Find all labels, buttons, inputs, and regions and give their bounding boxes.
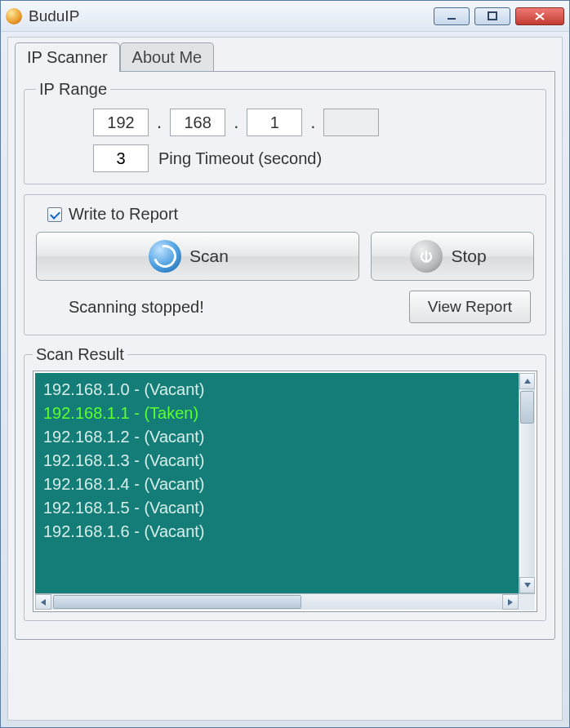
svg-marker-6 [41,599,46,606]
tab-ip-scanner[interactable]: IP Scanner [15,42,120,72]
arrow-down-icon [523,582,532,588]
status-row: Scanning stopped! View Report [36,291,534,323]
minimize-button[interactable] [434,7,470,25]
result-row[interactable]: 192.168.1.0 - (Vacant) [43,378,510,402]
svg-marker-5 [524,583,531,588]
vertical-scrollbar[interactable] [519,373,535,593]
close-button[interactable] [515,7,564,25]
tab-strip: IP Scanner About Me [8,38,562,72]
ping-timeout-input[interactable] [93,144,149,172]
minimize-icon [446,11,457,22]
group-scan-result: Scan Result 192.168.1.0 - (Vacant)192.16… [24,345,546,621]
arrow-up-icon [523,378,532,384]
result-row[interactable]: 192.168.1.3 - (Vacant) [43,449,510,473]
arrow-left-icon [40,598,47,606]
app-icon [6,8,22,24]
svg-marker-7 [508,599,513,606]
group-scan-controls: Write to Report Scan [24,194,546,335]
ip-dot: . [307,112,318,136]
scan-result-legend: Scan Result [33,345,127,364]
maximize-button[interactable] [474,7,510,25]
write-report-row: Write to Report [47,205,534,224]
ip-range-legend: IP Range [36,80,110,99]
ip-octet-1[interactable] [93,109,149,136]
titlebar: BuduIP [1,1,569,32]
scan-button-label: Scan [189,246,229,266]
client-area: IP Scanner About Me IP Range . . . Pin [7,37,563,721]
result-row[interactable]: 192.168.1.4 - (Vacant) [43,473,510,496]
stop-icon [408,238,444,274]
result-container: 192.168.1.0 - (Vacant)192.168.1.1 - (Tak… [33,371,537,612]
scroll-left-button[interactable] [35,594,51,610]
scroll-right-button[interactable] [502,594,519,610]
arrow-right-icon [507,598,514,606]
ping-timeout-label: Ping Timeout (second) [158,149,322,168]
result-row[interactable]: 192.168.1.5 - (Vacant) [43,496,510,520]
write-report-label: Write to Report [69,205,178,224]
scroll-down-button[interactable] [519,577,535,593]
ip-octet-row: . . . [93,109,534,136]
svg-marker-4 [524,379,531,384]
ip-dot: . [154,112,165,136]
result-list[interactable]: 192.168.1.0 - (Vacant)192.168.1.1 - (Tak… [35,373,519,593]
ip-dot: . [230,112,242,136]
maximize-icon [487,11,498,22]
scroll-thumb[interactable] [520,391,534,424]
ip-octet-3[interactable] [247,109,302,136]
result-row[interactable]: 192.168.1.2 - (Vacant) [43,425,510,449]
window-title: BuduIP [29,7,434,25]
app-window: BuduIP IP Scanner About Me I [0,0,570,728]
write-report-checkbox[interactable] [47,207,62,222]
status-text: Scanning stopped! [69,298,204,317]
ip-octet-2[interactable] [170,109,225,136]
ip-octet-4 [323,109,379,136]
tabpage-scanner: IP Range . . . Ping Timeout (second) [15,71,555,640]
view-report-button[interactable]: View Report [409,291,531,323]
window-buttons [434,7,564,25]
stop-button[interactable]: Stop [371,232,534,281]
scan-button-row: Scan Stop [36,232,534,281]
horizontal-scrollbar[interactable] [35,593,535,610]
hscroll-track[interactable] [51,594,502,610]
scroll-track[interactable] [519,389,535,577]
stop-button-label: Stop [451,246,486,266]
result-area: 192.168.1.0 - (Vacant)192.168.1.1 - (Tak… [35,373,535,593]
svg-rect-1 [488,12,497,20]
tab-about-me[interactable]: About Me [120,42,215,72]
group-ip-range: IP Range . . . Ping Timeout (second) [24,80,546,184]
scroll-up-button[interactable] [519,373,535,389]
result-row[interactable]: 192.168.1.6 - (Vacant) [43,520,510,544]
result-row[interactable]: 192.168.1.1 - (Taken) [43,402,510,425]
scan-button[interactable]: Scan [36,232,359,281]
close-icon [533,11,546,22]
scroll-corner [519,594,535,610]
refresh-icon [147,238,183,274]
timeout-row: Ping Timeout (second) [93,144,534,172]
hscroll-thumb[interactable] [53,595,301,609]
